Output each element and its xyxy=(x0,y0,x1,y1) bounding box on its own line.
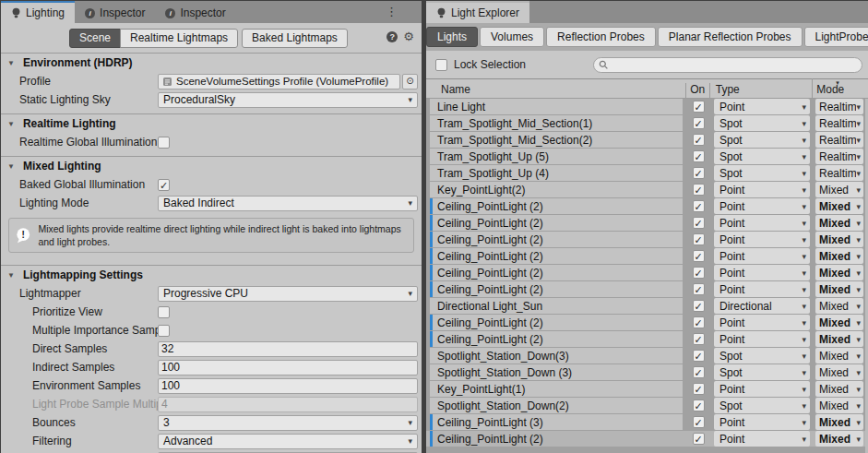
light-type-dropdown[interactable]: Point ▾ xyxy=(714,232,810,247)
light-name-cell[interactable]: Ceiling_PointLight (2) xyxy=(430,315,683,330)
bounces-dropdown[interactable]: 3▾ xyxy=(158,415,418,431)
light-mode-dropdown[interactable]: Mixed ▾ xyxy=(815,315,863,330)
light-type-dropdown[interactable]: Point ▾ xyxy=(714,431,810,447)
light-name-cell[interactable]: Tram_Spotlight_Up (4) xyxy=(430,165,683,181)
light-on-checkbox[interactable]: ✓ xyxy=(693,167,705,179)
light-type-dropdown[interactable]: Spot ▾ xyxy=(714,348,810,364)
light-mode-dropdown[interactable]: Mixed ▾ xyxy=(815,381,863,397)
prioritize-view-checkbox[interactable] xyxy=(158,306,170,318)
light-name-cell[interactable]: Tram_Spotlight_Mid_Section(1) xyxy=(430,115,683,131)
light-type-dropdown[interactable]: Spot ▾ xyxy=(714,149,810,164)
light-type-dropdown[interactable]: Point ▾ xyxy=(714,182,810,197)
light-type-dropdown[interactable]: Point ▾ xyxy=(714,281,810,297)
light-mode-dropdown[interactable]: Mixed ▾ xyxy=(815,331,863,347)
light-name-cell[interactable]: Ceiling_PointLight (2) xyxy=(430,198,683,214)
table-row[interactable]: Ceiling_PointLight (2) ✓ Point ▾ Mixed ▾ xyxy=(426,331,868,347)
light-mode-dropdown[interactable]: Mixed ▾ xyxy=(815,298,863,314)
table-row[interactable]: Spotlight_Station_Down(2) ✓ Spot ▾ Mixed… xyxy=(426,398,868,413)
realtime-gi-checkbox[interactable] xyxy=(158,137,170,149)
light-on-checkbox[interactable]: ✓ xyxy=(693,101,705,113)
table-row[interactable]: Ceiling_PointLight (2) ✓ Point ▾ Mixed ▾ xyxy=(426,265,868,280)
tab-lighting[interactable]: Lighting xyxy=(1,1,75,23)
table-row[interactable]: Key_PointLight(1) ✓ Point ▾ Mixed ▾ xyxy=(426,381,868,397)
light-name-cell[interactable]: Key_PointLight(1) xyxy=(430,381,683,397)
table-row[interactable]: Ceiling_PointLight (2) ✓ Point ▾ Mixed ▾ xyxy=(426,198,868,214)
light-type-dropdown[interactable]: Point ▾ xyxy=(714,265,810,280)
light-on-checkbox[interactable]: ✓ xyxy=(693,283,705,295)
tab-realtime-lightmaps[interactable]: Realtime Lightmaps xyxy=(120,29,238,48)
direct-samples-input[interactable] xyxy=(158,341,418,357)
table-row[interactable]: Ceiling_PointLight (2) ✓ Point ▾ Mixed ▾ xyxy=(426,232,868,247)
light-mode-dropdown[interactable]: Realtime ▾ xyxy=(815,99,863,114)
table-row[interactable]: Tram_Spotlight_Mid_Section(2) ✓ Spot ▾ R… xyxy=(426,132,868,148)
light-on-checkbox[interactable]: ✓ xyxy=(693,316,705,328)
column-header-name[interactable]: Name xyxy=(426,83,685,98)
table-row[interactable]: Spotlight_Station_Down(3) ✓ Spot ▾ Mixed… xyxy=(426,348,868,364)
light-on-checkbox[interactable]: ✓ xyxy=(693,399,705,411)
light-on-checkbox[interactable]: ✓ xyxy=(693,267,705,279)
light-type-dropdown[interactable]: Point ▾ xyxy=(714,99,810,114)
kebab-menu-icon[interactable]: ⋮ xyxy=(386,5,398,18)
light-on-checkbox[interactable]: ✓ xyxy=(693,217,705,229)
tab-lights[interactable]: Lights xyxy=(426,27,478,47)
environment-foldout[interactable]: ▼ Environment (HDRP) xyxy=(1,53,422,72)
tab-baked-lightmaps[interactable]: Baked Lightmaps xyxy=(242,29,348,48)
light-mode-dropdown[interactable]: Mixed ▾ xyxy=(815,398,863,413)
table-row[interactable]: Line Light ✓ Point ▾ Realtime ▾ xyxy=(426,99,868,114)
search-input[interactable] xyxy=(593,57,862,73)
light-name-cell[interactable]: Tram_Spotlight_Up (5) xyxy=(430,149,683,164)
light-on-checkbox[interactable]: ✓ xyxy=(693,150,705,162)
light-on-checkbox[interactable]: ✓ xyxy=(693,300,705,312)
light-name-cell[interactable]: Ceiling_PointLight (2) xyxy=(430,431,683,447)
tab-scene[interactable]: Scene xyxy=(69,29,121,48)
table-row[interactable]: Ceiling_PointLight (3) ✓ Point ▾ Mixed ▾ xyxy=(426,414,868,430)
light-mode-dropdown[interactable]: Mixed ▾ xyxy=(815,215,863,231)
light-name-cell[interactable]: Directional Light_Sun xyxy=(430,298,683,314)
tab-volumes[interactable]: Volumes xyxy=(480,27,544,47)
light-name-cell[interactable]: Ceiling_PointLight (2) xyxy=(430,265,683,280)
light-type-dropdown[interactable]: Directional ▾ xyxy=(714,298,810,314)
light-mode-dropdown[interactable]: Mixed ▾ xyxy=(815,198,863,214)
light-type-dropdown[interactable]: Spot ▾ xyxy=(714,165,810,181)
light-name-cell[interactable]: Tram_Spotlight_Mid_Section(2) xyxy=(430,132,683,148)
column-header-on[interactable]: On xyxy=(685,83,709,98)
light-type-dropdown[interactable]: Spot ▾ xyxy=(714,364,810,380)
light-mode-dropdown[interactable]: Mixed ▾ xyxy=(815,248,863,264)
table-row[interactable]: Ceiling_PointLight (2) ✓ Point ▾ Mixed ▾ xyxy=(426,248,868,264)
light-mode-dropdown[interactable]: Mixed ▾ xyxy=(815,431,863,447)
static-lighting-sky-dropdown[interactable]: ProceduralSky ▾ xyxy=(158,92,418,108)
table-row[interactable]: Key_PointLight(2) ✓ Point ▾ Mixed ▾ xyxy=(426,182,868,197)
light-type-dropdown[interactable]: Point ▾ xyxy=(714,215,810,231)
environment-samples-input[interactable] xyxy=(158,378,418,394)
light-mode-dropdown[interactable]: Mixed ▾ xyxy=(815,414,863,430)
light-name-cell[interactable]: Ceiling_PointLight (2) xyxy=(430,232,683,247)
light-on-checkbox[interactable]: ✓ xyxy=(693,383,705,395)
mixed-lighting-foldout[interactable]: ▼ Mixed Lighting xyxy=(1,156,422,175)
tab-reflection-probes[interactable]: Reflection Probes xyxy=(546,27,656,47)
light-mode-dropdown[interactable]: Realtime ▾ xyxy=(815,115,863,131)
light-type-dropdown[interactable]: Point ▾ xyxy=(714,315,810,330)
lightmapper-dropdown[interactable]: Progressive CPU▾ xyxy=(158,286,418,302)
light-type-dropdown[interactable]: Spot ▾ xyxy=(714,115,810,131)
light-on-checkbox[interactable]: ✓ xyxy=(693,433,705,445)
tab-planar-reflection-probes[interactable]: Planar Reflection Probes xyxy=(658,27,803,47)
light-on-checkbox[interactable]: ✓ xyxy=(693,333,705,345)
table-row[interactable]: Ceiling_PointLight (2) ✓ Point ▾ Mixed ▾ xyxy=(426,431,868,447)
light-name-cell[interactable]: Line Light xyxy=(430,99,683,114)
light-type-dropdown[interactable]: Point ▾ xyxy=(714,381,810,397)
light-on-checkbox[interactable]: ✓ xyxy=(693,200,705,212)
light-mode-dropdown[interactable]: Realtime ▾ xyxy=(815,165,863,181)
lightmapping-foldout[interactable]: ▼ Lightmapping Settings xyxy=(1,265,422,284)
table-row[interactable]: Ceiling_PointLight (2) ✓ Point ▾ Mixed ▾ xyxy=(426,281,868,297)
light-name-cell[interactable]: Ceiling_PointLight (2) xyxy=(430,281,683,297)
light-type-dropdown[interactable]: Point ▾ xyxy=(714,331,810,347)
tab-inspector-2[interactable]: i Inspector xyxy=(155,1,235,23)
indirect-samples-input[interactable] xyxy=(158,360,418,376)
light-on-checkbox[interactable]: ✓ xyxy=(693,250,705,262)
help-icon[interactable]: ? xyxy=(386,31,398,42)
table-row[interactable]: Ceiling_PointLight (2) ✓ Point ▾ Mixed ▾ xyxy=(426,215,868,231)
light-on-checkbox[interactable]: ✓ xyxy=(693,350,705,362)
tab-lightprobes[interactable]: LightProbes xyxy=(804,27,868,47)
light-type-dropdown[interactable]: Point ▾ xyxy=(714,414,810,430)
light-mode-dropdown[interactable]: Realtime ▾ xyxy=(815,149,863,164)
